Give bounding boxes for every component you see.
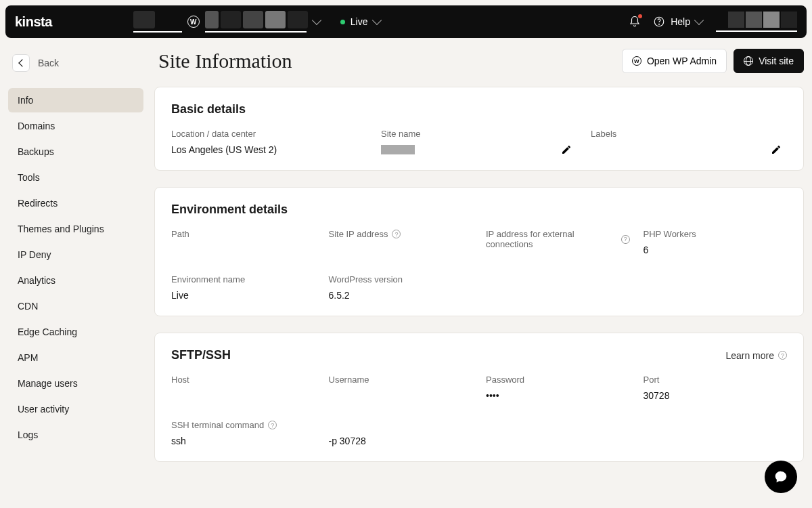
help-button[interactable]: Help	[653, 16, 702, 28]
username-label: Username	[329, 375, 473, 385]
top-bar: kinsta W Live Help	[5, 5, 807, 38]
sidebar-item-backups[interactable]: Backups	[8, 140, 143, 164]
sidebar-item-label: Domains	[18, 121, 55, 131]
globe-icon	[744, 56, 753, 66]
labels-label: Labels	[591, 129, 787, 139]
sidebar-item-label: Info	[18, 95, 33, 106]
card-title: Basic details	[171, 102, 246, 117]
sidebar-item-domains[interactable]: Domains	[8, 114, 143, 138]
button-label: Visit site	[759, 56, 794, 66]
sidebar-item-user-activity[interactable]: User activity	[8, 397, 143, 421]
sidebar-item-label: CDN	[18, 301, 38, 312]
php-workers-value: 6	[644, 245, 788, 255]
sidebar-item-themes-plugins[interactable]: Themes and Plugins	[8, 217, 143, 241]
location-value: Los Angeles (US West 2)	[171, 144, 367, 155]
site-name-label: Site name	[381, 129, 577, 139]
sftp-ssh-card: SFTP/SSH Learn more ? Host Username Pass…	[154, 333, 804, 462]
env-name-value: Live	[171, 290, 315, 301]
visit-site-button[interactable]: Visit site	[734, 49, 804, 73]
sidebar-item-label: IP Deny	[18, 249, 51, 260]
sidebar-item-apm[interactable]: APM	[8, 345, 143, 370]
help-icon	[653, 16, 665, 28]
port-value: 30728	[644, 390, 788, 401]
chat-button[interactable]	[765, 461, 797, 493]
ssh-cmd-part2: -p 30728	[329, 436, 473, 446]
sidebar-item-ip-deny[interactable]: IP Deny	[8, 242, 143, 267]
avatar-redacted	[728, 12, 797, 28]
avatar-underline	[716, 30, 797, 32]
password-value: ••••	[486, 390, 630, 401]
arrow-left-icon	[18, 59, 26, 66]
learn-more-link[interactable]: Learn more ?	[725, 350, 787, 361]
learn-more-label: Learn more	[725, 350, 774, 361]
pencil-icon	[771, 144, 782, 155]
wp-version-label: WordPress version	[329, 274, 473, 284]
env-name-label: Environment name	[171, 274, 315, 284]
kinsta-logo: kinsta	[15, 14, 52, 30]
sidebar-item-label: Manage users	[18, 378, 78, 389]
info-icon[interactable]: ?	[392, 230, 401, 238]
sidebar-item-tools[interactable]: Tools	[8, 165, 143, 190]
sidebar-item-label: Themes and Plugins	[18, 224, 104, 234]
sidebar-item-edge-caching[interactable]: Edge Caching	[8, 320, 143, 344]
sidebar-item-redirects[interactable]: Redirects	[8, 191, 143, 215]
sidebar-item-analytics[interactable]: Analytics	[8, 268, 143, 293]
environment-details-card: Environment details Path Site IP address…	[154, 187, 804, 316]
external-ip-label: IP address for external connections?	[486, 229, 630, 249]
wordpress-icon: W	[187, 16, 200, 28]
edit-labels-button[interactable]	[771, 144, 782, 155]
path-label: Path	[171, 229, 315, 239]
sidebar-item-label: Backups	[18, 146, 54, 157]
account-menu[interactable]	[716, 12, 797, 32]
open-wp-admin-button[interactable]: W Open WP Admin	[622, 49, 727, 73]
back-label: Back	[38, 58, 59, 68]
help-label: Help	[671, 16, 690, 27]
port-label: Port	[644, 375, 788, 385]
crumb-underline	[133, 31, 182, 33]
environment-selector[interactable]: Live	[340, 16, 380, 27]
crumb-redacted-row	[205, 11, 308, 28]
host-label: Host	[171, 375, 315, 385]
button-label: Open WP Admin	[647, 56, 717, 66]
sidebar-nav: Info Domains Backups Tools Redirects The…	[8, 88, 143, 447]
sidebar-item-label: Logs	[18, 429, 38, 440]
notifications-button[interactable]	[629, 16, 641, 28]
sidebar-item-label: Edge Caching	[18, 326, 77, 337]
password-label: Password	[486, 375, 630, 385]
crumb-underline	[205, 31, 307, 33]
info-icon[interactable]: ?	[268, 421, 277, 429]
svg-point-1	[659, 24, 660, 24]
environment-label: Live	[351, 16, 368, 27]
status-dot-icon	[340, 20, 345, 24]
edit-site-name-button[interactable]	[561, 144, 572, 155]
pencil-icon	[561, 144, 572, 155]
ssh-cmd-label: SSH terminal command?	[171, 420, 315, 430]
sidebar-item-label: Analytics	[18, 275, 55, 286]
breadcrumb[interactable]: W	[133, 11, 320, 33]
wp-version-value: 6.5.2	[329, 290, 473, 301]
sidebar-item-label: Tools	[18, 172, 40, 183]
ssh-cmd-part1: ssh	[171, 436, 315, 446]
chevron-down-icon	[312, 16, 321, 25]
sidebar-item-manage-users[interactable]: Manage users	[8, 371, 143, 396]
card-title: SFTP/SSH	[171, 348, 231, 362]
sidebar-item-cdn[interactable]: CDN	[8, 294, 143, 318]
chevron-down-icon	[371, 16, 381, 25]
info-icon[interactable]: ?	[621, 235, 629, 244]
back-button[interactable]	[12, 54, 30, 72]
php-workers-label: PHP Workers	[644, 229, 788, 239]
sidebar-item-info[interactable]: Info	[8, 88, 143, 112]
location-label: Location / data center	[171, 129, 367, 139]
card-title: Environment details	[171, 203, 288, 217]
sidebar-item-label: User activity	[18, 404, 69, 415]
notification-badge	[638, 14, 642, 18]
wordpress-icon: W	[632, 56, 641, 66]
sidebar-item-logs[interactable]: Logs	[8, 423, 143, 447]
crumb-redacted-box	[133, 11, 155, 28]
sidebar-item-label: APM	[18, 352, 38, 363]
chat-icon	[773, 469, 788, 484]
site-name-value-redacted	[381, 145, 415, 154]
chevron-down-icon	[694, 16, 704, 25]
site-ip-label: Site IP address?	[329, 229, 473, 239]
sidebar-item-label: Redirects	[18, 198, 58, 209]
